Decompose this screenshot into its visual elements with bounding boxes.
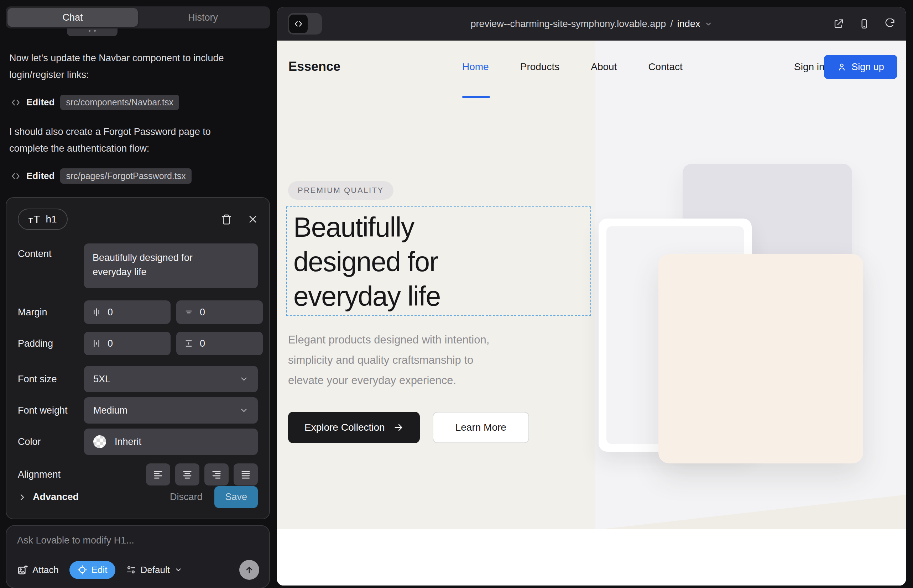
margin-x-input[interactable]: 0 — [84, 300, 170, 324]
content-label: Content — [18, 244, 84, 260]
hero-paragraph-line: simplicity and quality craftsmanship to — [288, 350, 573, 370]
prompt-input[interactable] — [17, 535, 259, 546]
tab-chat[interactable]: Chat — [8, 8, 138, 27]
hero-heading-line: designed for — [293, 244, 584, 279]
color-select[interactable]: Inherit — [84, 428, 258, 455]
nav-link-about[interactable]: About — [591, 61, 617, 73]
hero-paragraph: Elegant products designed with intention… — [288, 330, 573, 391]
nav-link-products[interactable]: Products — [520, 61, 560, 73]
refresh-button[interactable] — [884, 18, 895, 29]
editor-footer: Advanced Discard Save — [18, 486, 258, 508]
user-icon — [837, 62, 847, 71]
mobile-view-button[interactable] — [859, 18, 869, 29]
code-icon — [11, 97, 21, 108]
attach-label: Attach — [32, 564, 59, 575]
align-right-icon — [211, 469, 222, 480]
explore-collection-button[interactable]: Explore Collection — [288, 412, 420, 443]
site-nav: Home Products About Contact — [462, 61, 683, 73]
preview-url[interactable]: preview--charming-site-symphony.lovable.… — [471, 18, 712, 29]
margin-y-value: 0 — [200, 307, 205, 318]
hero-badge: PREMIUM QUALITY — [288, 181, 393, 200]
alignment-buttons — [146, 464, 258, 486]
sign-in-link[interactable]: Sign in — [794, 61, 825, 73]
font-weight-select[interactable]: Medium — [84, 397, 258, 423]
align-center-button[interactable] — [175, 464, 199, 486]
advanced-toggle[interactable]: Advanced — [18, 491, 79, 502]
edited-file-row: Edited src/components/Navbar.tsx — [11, 95, 270, 110]
mode-select-button[interactable]: Default — [126, 564, 182, 575]
edited-label: Edited — [26, 171, 55, 181]
prompt-composer: Attach Edit Default — [6, 525, 270, 588]
url-separator: / — [670, 18, 673, 29]
hero-cta-row: Explore Collection Learn More — [288, 412, 529, 443]
scrolled-chip-peek — [67, 29, 118, 36]
padding-horizontal-icon — [92, 339, 101, 348]
editor-header: TT h1 — [18, 208, 258, 230]
font-size-field-row: Font size 5XL — [18, 366, 258, 392]
section-below-hero — [277, 529, 906, 585]
arrow-up-icon — [244, 565, 254, 575]
padding-y-input[interactable]: 0 — [176, 332, 263, 355]
advanced-label: Advanced — [33, 491, 79, 502]
editor-header-actions — [221, 213, 258, 225]
nav-active-underline — [462, 96, 490, 98]
font-weight-value: Medium — [93, 405, 128, 416]
discard-button[interactable]: Discard — [170, 491, 202, 502]
nav-link-contact[interactable]: Contact — [648, 61, 683, 73]
sign-up-button[interactable]: Sign up — [824, 55, 897, 79]
attach-button[interactable]: Attach — [17, 564, 59, 575]
hero-heading-line: Beautifully — [293, 210, 584, 244]
assistant-message: I should also create a Forgot Password p… — [9, 123, 227, 157]
align-center-icon — [182, 469, 193, 480]
image-plus-icon — [17, 564, 28, 575]
send-button[interactable] — [239, 560, 259, 580]
hero-heading-line: everyday life — [293, 279, 584, 313]
edited-file-chip[interactable]: src/pages/ForgotPassword.tsx — [60, 168, 191, 184]
font-weight-label: Font weight — [18, 405, 84, 416]
color-value: Inherit — [115, 436, 141, 447]
font-size-select[interactable]: 5XL — [84, 366, 258, 392]
align-left-button[interactable] — [146, 464, 170, 486]
margin-field-row: Margin 0 0 — [18, 300, 258, 324]
site-viewport: Essence Home Products About Contact Sign… — [277, 40, 906, 585]
delete-element-button[interactable] — [221, 213, 232, 225]
save-button[interactable]: Save — [214, 486, 258, 508]
code-preview-toggle[interactable] — [288, 13, 322, 34]
padding-vertical-icon — [184, 339, 193, 348]
learn-more-button[interactable]: Learn More — [433, 412, 529, 443]
alignment-label: Alignment — [18, 469, 84, 480]
code-icon — [289, 15, 308, 33]
align-right-button[interactable] — [204, 464, 228, 486]
element-editor-panel: TT h1 Content — [6, 197, 270, 519]
composer-toolbar: Attach Edit Default — [17, 560, 259, 580]
site-logo[interactable]: Essence — [288, 59, 340, 74]
explore-collection-label: Explore Collection — [304, 422, 385, 433]
padding-x-input[interactable]: 0 — [84, 332, 170, 355]
sidebar-tabbar: Chat History — [6, 6, 270, 29]
assistant-message: Now let's update the Navbar component to… — [9, 50, 227, 83]
edited-file-chip[interactable]: src/components/Navbar.tsx — [60, 95, 179, 110]
hero-paragraph-line: Elegant products designed with intention… — [288, 330, 573, 350]
font-size-label: Font size — [18, 374, 84, 385]
sign-up-label: Sign up — [851, 61, 884, 73]
nav-link-home[interactable]: Home — [462, 61, 489, 73]
selected-element-pill[interactable]: TT h1 — [18, 208, 68, 230]
edit-mode-button[interactable]: Edit — [70, 561, 115, 579]
hero-heading[interactable]: Beautifully designed for everyday life — [287, 207, 590, 317]
edited-file-row: Edited src/pages/ForgotPassword.tsx — [11, 168, 270, 184]
font-weight-field-row: Font weight Medium — [18, 397, 258, 423]
content-input[interactable]: Beautifully designed for everyday life — [84, 244, 258, 288]
arrow-right-icon — [393, 423, 403, 433]
hero-card-beige — [659, 254, 863, 464]
align-justify-button[interactable] — [233, 464, 258, 486]
url-page: index — [677, 18, 701, 29]
typography-icon: TT — [29, 214, 40, 224]
align-justify-icon — [240, 469, 251, 480]
ellipsis-dot — [94, 30, 96, 32]
selected-element-outline[interactable]: Beautifully designed for everyday life — [286, 207, 591, 316]
chrome-actions — [833, 18, 895, 29]
tab-history[interactable]: History — [138, 8, 268, 27]
close-editor-button[interactable] — [248, 214, 258, 224]
open-in-new-tab-button[interactable] — [833, 18, 844, 29]
margin-y-input[interactable]: 0 — [176, 300, 263, 324]
